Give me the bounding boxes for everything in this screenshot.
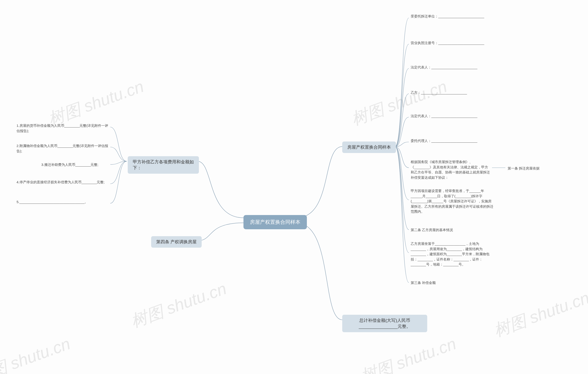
watermark: 树图 shutu.cn	[128, 278, 230, 332]
leaf-node: 根据国务院《城市房屋拆迁管理条例》、《________》及其他有关法律、法规之规…	[411, 160, 491, 180]
leaf-node: 营业执照注册号：________________________	[411, 41, 484, 46]
branch-node-1[interactable]: 房屋产权置换合同样本	[342, 141, 396, 153]
branch-node-2[interactable]: 甲方补偿乙方各项费用和金额如下：	[128, 156, 199, 174]
leaf-node: 法定代表人：________________________	[411, 114, 477, 119]
watermark: 树图 shutu.cn	[348, 75, 450, 130]
leaf-node: 3.搬迁补助费为人民币________元整;	[41, 162, 98, 168]
branch-node-4[interactable]: 总计补偿金额(大写)人民币________________元整。	[342, 315, 427, 332]
watermark: 树图 shutu.cn	[358, 333, 459, 374]
root-node[interactable]: 房屋产权置换合同样本	[243, 215, 307, 229]
mindmap-connectors	[0, 0, 588, 374]
leaf-node: 甲方因项目建设需要，经审查批准，于______年______月______日，取…	[411, 188, 493, 214]
leaf-node: 1.房屋的货币补偿金额为人民币________元整(详见附件一评估报告);	[17, 123, 108, 133]
watermark: 树图 shutu.cn	[491, 287, 588, 342]
leaf-node: 4.停产停业的直接经济损失补偿费为人民币________元整;	[17, 180, 105, 185]
leaf-node: 第三条 补偿金额	[411, 280, 436, 286]
leaf-node: 第二条 乙方房屋的基本情况	[411, 227, 453, 233]
leaf-node: 委托代理人：________________________	[411, 138, 477, 144]
leaf-node: 乙方房屋坐落于________________，土地为________，房屋用途…	[411, 241, 493, 267]
watermark: 树图 shutu.cn	[45, 75, 147, 130]
leaf-node: 2.附属物补偿金额为人民币________元整(详见附件一评估报告);	[17, 143, 108, 154]
leaf-node: 法定代表人：________________________	[411, 65, 477, 70]
leaf-node: 5.__________________________________。	[17, 199, 88, 205]
leaf-node: 乙方：________________________	[411, 90, 467, 95]
leaf-node-sub: 第一条 拆迁房屋依据	[508, 166, 540, 171]
branch-node-3[interactable]: 第四条 产权调换房屋	[151, 236, 202, 248]
watermark: 树图 shutu.cn	[0, 333, 73, 374]
leaf-node: 受委托拆迁单位：________________________	[411, 14, 484, 19]
